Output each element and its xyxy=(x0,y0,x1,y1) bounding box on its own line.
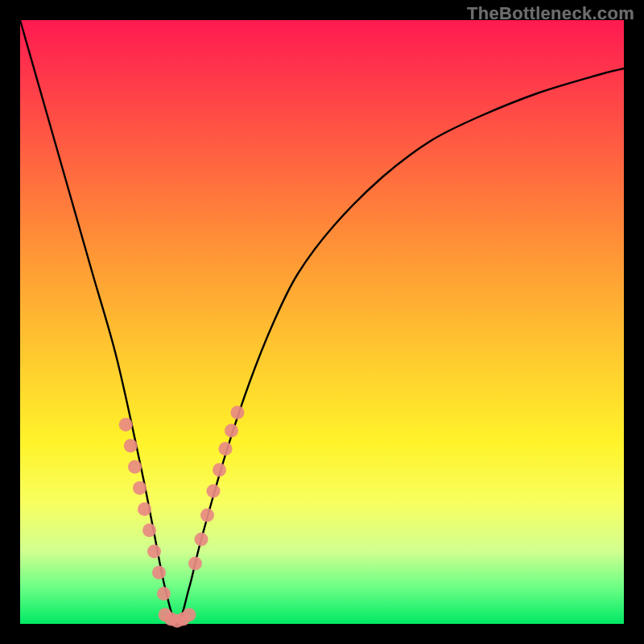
sample-dot xyxy=(200,509,214,522)
sample-dot xyxy=(188,557,202,571)
sample-dot xyxy=(195,533,208,547)
sample-dot xyxy=(133,481,147,495)
sample-dot xyxy=(142,523,156,537)
sample-dot xyxy=(152,566,166,580)
sample-dot xyxy=(147,545,161,559)
sample-dot xyxy=(231,406,245,419)
sample-dot xyxy=(219,442,233,456)
sample-dot xyxy=(207,485,221,498)
bottleneck-chart xyxy=(20,20,624,624)
sample-dot xyxy=(213,463,226,477)
sample-dots-group xyxy=(119,406,245,628)
sample-dot xyxy=(119,418,133,431)
sample-dot xyxy=(183,608,196,621)
sample-dot xyxy=(128,460,142,474)
sample-dot xyxy=(124,439,138,452)
bottleneck-curve-line xyxy=(20,20,624,624)
sample-dot xyxy=(225,424,238,438)
sample-dot xyxy=(157,587,171,601)
sample-dot xyxy=(138,502,151,516)
